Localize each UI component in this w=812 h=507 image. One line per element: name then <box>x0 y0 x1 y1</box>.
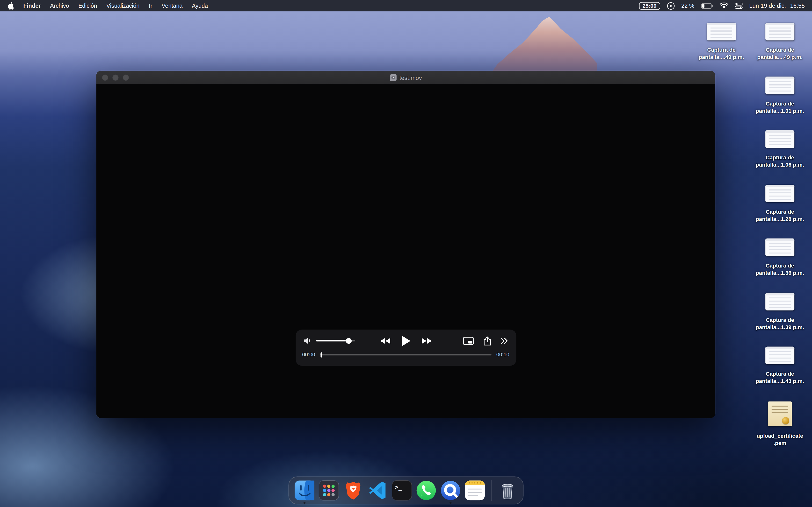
dock-vscode-icon[interactable] <box>367 480 388 501</box>
volume-fill <box>316 340 349 341</box>
video-area[interactable] <box>96 84 715 418</box>
menu-bar-clock[interactable]: Lun 19 de dic. 16:55 <box>749 3 805 9</box>
more-controls-chevron-icon[interactable] <box>501 338 508 344</box>
menu-visualizacion[interactable]: Visualización <box>106 3 140 9</box>
zoom-button[interactable] <box>123 74 129 81</box>
dock-divider <box>491 480 491 501</box>
desktop-icon-screenshot-4[interactable]: Captura depantalla...1.06 p.m. <box>751 130 808 169</box>
battery-icon[interactable] <box>701 3 713 9</box>
desktop-icon-screenshot-6[interactable]: Captura depantalla...1.36 p.m. <box>751 238 808 277</box>
secondary-controls <box>463 336 508 345</box>
play-circle-icon[interactable] <box>667 2 674 10</box>
desktop-icon-screenshot-8[interactable]: Captura depantalla...1.43 p.m. <box>751 347 808 385</box>
screenshot-file-icon <box>765 76 794 94</box>
desktop-icon-screenshot-3[interactable]: Captura depantalla...1.01 p.m. <box>751 76 808 115</box>
desktop-icon-label: upload_certificate.pem <box>757 433 803 447</box>
desktop-icon-certificate[interactable]: upload_certificate.pem <box>751 401 808 447</box>
minimize-button[interactable] <box>112 74 119 81</box>
timer-status-pill[interactable]: 25:00 <box>639 2 660 10</box>
screenshot-file-icon <box>765 185 794 202</box>
running-indicator <box>450 502 452 504</box>
dock-launchpad-icon[interactable] <box>318 480 339 501</box>
window-title-text: test.mov <box>400 74 422 81</box>
svg-text:>_: >_ <box>395 483 402 491</box>
transport-controls <box>379 335 432 346</box>
rewind-button[interactable] <box>379 337 391 344</box>
menu-bar: Finder Archivo Edición Visualización Ir … <box>0 0 812 11</box>
duration-time: 00:10 <box>496 352 509 357</box>
picture-in-picture-icon[interactable] <box>463 337 474 345</box>
playback-controls-overlay: 00:00 00:10 <box>296 330 516 366</box>
control-center-icon[interactable] <box>735 3 743 9</box>
battery-percent-label: 22 % <box>681 3 694 9</box>
desktop-icon-screenshot-1[interactable]: Captura depantalla....49 p.m. <box>693 23 750 61</box>
movie-file-icon <box>390 74 396 81</box>
menu-ir[interactable]: Ir <box>149 3 152 9</box>
clock-time: 16:55 <box>790 3 805 9</box>
wifi-icon[interactable] <box>720 3 728 9</box>
share-icon[interactable] <box>483 336 491 345</box>
desktop-icon-label: Captura depantalla...1.06 p.m. <box>756 154 804 169</box>
close-button[interactable] <box>102 74 108 81</box>
screenshot-file-icon <box>765 130 794 148</box>
menu-edicion[interactable]: Edición <box>78 3 97 9</box>
fast-forward-button[interactable] <box>421 337 432 344</box>
desktop-icon-label: Captura depantalla...1.36 p.m. <box>756 262 804 276</box>
screenshot-file-icon <box>765 347 794 364</box>
menu-ventana[interactable]: Ventana <box>162 3 183 9</box>
playhead[interactable] <box>320 352 322 357</box>
dock: >_ <box>289 476 524 505</box>
quicktime-player-window: test.mov <box>96 71 715 418</box>
desktop-screen: Finder Archivo Edición Visualización Ir … <box>0 0 812 507</box>
apple-menu-icon[interactable] <box>7 2 14 10</box>
window-titlebar[interactable]: test.mov <box>96 71 715 85</box>
dock-whatsapp-icon[interactable] <box>416 480 437 501</box>
desktop-icon-label: Captura depantalla...1.28 p.m. <box>756 209 804 223</box>
volume-knob[interactable] <box>346 338 352 344</box>
dock-trash-icon[interactable] <box>497 480 518 501</box>
menu-ayuda[interactable]: Ayuda <box>192 3 208 9</box>
desktop-icon-label: Captura depantalla....49 p.m. <box>757 47 803 61</box>
dock-notes-icon[interactable] <box>464 480 485 501</box>
desktop-icon-screenshot-5[interactable]: Captura depantalla...1.28 p.m. <box>751 185 808 223</box>
progress-bar[interactable] <box>320 354 492 355</box>
desktop-icon-screenshot-2[interactable]: Captura depantalla....49 p.m. <box>751 23 808 61</box>
dock-brave-icon[interactable] <box>343 480 364 501</box>
play-button[interactable] <box>401 335 410 346</box>
screenshot-file-icon <box>765 238 794 256</box>
dock-quicktime-icon[interactable] <box>440 480 461 501</box>
volume-control <box>304 337 355 344</box>
screenshot-file-icon <box>765 293 794 311</box>
desktop-icon-label: Captura depantalla...1.39 p.m. <box>756 317 804 331</box>
certificate-file-icon <box>768 401 792 427</box>
desktop-icon-label: Captura depantalla....49 p.m. <box>699 47 744 61</box>
elapsed-time: 00:00 <box>302 352 315 357</box>
window-title: test.mov <box>390 74 422 81</box>
dock-terminal-icon[interactable]: >_ <box>392 480 412 501</box>
desktop-icon-label: Captura depantalla...1.43 p.m. <box>756 370 804 385</box>
desktop-icon-label: Captura depantalla...1.01 p.m. <box>756 101 804 115</box>
dock-finder-icon[interactable] <box>294 480 315 501</box>
traffic-lights <box>102 74 129 81</box>
volume-slider[interactable] <box>316 340 355 341</box>
volume-icon[interactable] <box>304 337 312 344</box>
menu-archivo[interactable]: Archivo <box>50 3 69 9</box>
clock-date: Lun 19 de dic. <box>749 3 786 9</box>
screenshot-file-icon <box>765 23 794 40</box>
desktop-icon-screenshot-7[interactable]: Captura depantalla...1.39 p.m. <box>751 293 808 331</box>
app-menu-finder[interactable]: Finder <box>23 3 41 9</box>
running-indicator <box>304 502 306 504</box>
screenshot-file-icon <box>707 23 736 40</box>
